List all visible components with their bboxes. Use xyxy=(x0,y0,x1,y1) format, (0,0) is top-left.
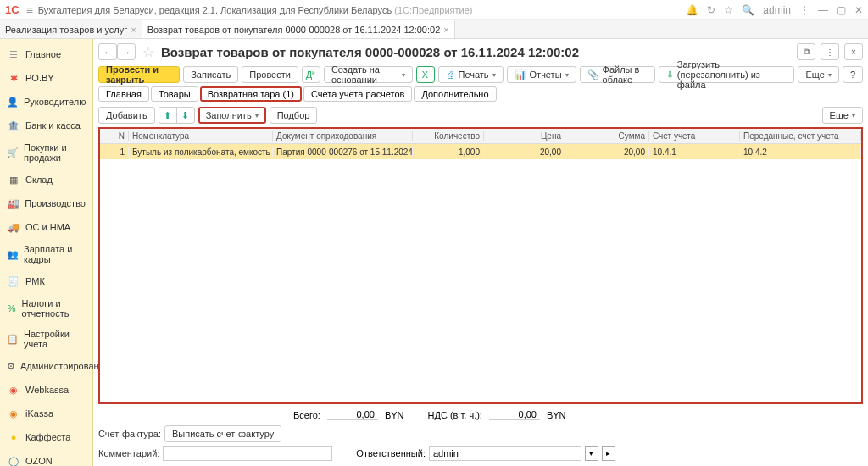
sidebar-item[interactable]: ●Каффеста xyxy=(0,425,92,449)
grid[interactable]: N Номенклатура Документ оприходования Ко… xyxy=(98,127,863,404)
col-price[interactable]: Цена xyxy=(484,131,565,141)
post-button[interactable]: Провести xyxy=(242,66,298,83)
reports-button[interactable]: 📊Отчеты xyxy=(507,66,576,83)
sidebar-item[interactable]: 🏭Производство xyxy=(0,191,92,215)
side-icon: ⚙ xyxy=(7,359,15,373)
subtab-goods[interactable]: Товары xyxy=(151,86,198,102)
close-doc-icon[interactable]: × xyxy=(844,43,863,60)
maximize-icon[interactable]: ▢ xyxy=(837,4,846,16)
sidebar-item[interactable]: ✱PO.BY xyxy=(0,66,92,90)
sidebar-item-label: Главное xyxy=(25,49,61,59)
col-passed-account[interactable]: Переданные, счет учета xyxy=(740,131,861,141)
fill-button[interactable]: Заполнить xyxy=(198,107,266,124)
tab-realization[interactable]: Реализация товаров и услуг× xyxy=(0,20,142,38)
create-based-button[interactable]: Создать на основании xyxy=(324,66,413,83)
menu-icon[interactable]: ≡ xyxy=(26,3,33,17)
side-icon: % xyxy=(7,302,17,315)
col-quantity[interactable]: Количество xyxy=(413,131,484,141)
nav-forward-button[interactable]: → xyxy=(117,43,136,60)
star-icon[interactable]: ☆ xyxy=(724,4,733,16)
user-label[interactable]: admin xyxy=(763,4,791,16)
sidebar-item-label: Производство xyxy=(25,198,86,208)
help-button[interactable]: ? xyxy=(843,66,863,83)
responsible-label: Ответственный: xyxy=(356,448,426,458)
dk-button[interactable]: Дᵏ xyxy=(302,66,320,83)
col-nomenclature[interactable]: Номенклатура xyxy=(129,131,273,141)
more-button[interactable]: Еще xyxy=(798,66,838,83)
pick-button[interactable]: Подбор xyxy=(270,107,318,124)
sidebar-item[interactable]: 🚚ОС и НМА xyxy=(0,215,92,239)
sidebar-item[interactable]: %Налоги и отчетность xyxy=(0,293,92,324)
sidebar-item-label: Налоги и отчетность xyxy=(22,298,86,319)
side-icon: 🚚 xyxy=(7,220,20,234)
table-row[interactable]: 1 Бутыль из поликарбоната, емкость 18,9л… xyxy=(100,144,861,159)
sidebar-item-label: Покупки и продажи xyxy=(24,142,86,163)
total-label: Всего: xyxy=(293,410,320,420)
side-icon: 👤 xyxy=(7,95,19,108)
tab-return[interactable]: Возврат товаров от покупателя 0000-00002… xyxy=(142,20,455,38)
excel-icon[interactable]: X xyxy=(416,66,435,83)
sidebar-item-label: iKassa xyxy=(25,408,53,419)
sidebar-item[interactable]: 🏦Банк и касса xyxy=(0,114,92,137)
files-button[interactable]: 📎Файлы в облаке xyxy=(580,66,655,83)
bell-icon[interactable]: 🔔 xyxy=(686,4,698,16)
sidebar-item[interactable]: 🧾РМК xyxy=(0,269,92,293)
tab-close-icon[interactable]: × xyxy=(131,25,136,35)
nav-back-button[interactable]: ← xyxy=(98,43,117,60)
subtab-extra[interactable]: Дополнительно xyxy=(414,86,496,102)
sidebar-item[interactable]: ▦Склад xyxy=(0,168,92,191)
sidebar-item[interactable]: ⚙Администрирование xyxy=(0,354,92,378)
tab-close-icon[interactable]: × xyxy=(443,25,448,35)
sidebar-item[interactable]: 🛒Покупки и продажи xyxy=(0,137,92,168)
post-close-button[interactable]: Провести и закрыть xyxy=(98,66,180,83)
col-n[interactable]: N xyxy=(100,131,129,141)
side-icon: 🛒 xyxy=(7,146,19,159)
favorite-icon[interactable]: ☆ xyxy=(142,44,154,60)
comment-label: Комментарий: xyxy=(98,448,159,458)
vat-value: 0,00 xyxy=(489,409,540,420)
sidebar-item[interactable]: 👤Руководителю xyxy=(0,90,92,114)
currency: BYN xyxy=(385,410,404,420)
move-up-button[interactable]: ⬆ xyxy=(159,107,177,124)
sidebar-item[interactable]: ☰Главное xyxy=(0,42,92,66)
grid-more-button[interactable]: Еще xyxy=(822,107,863,124)
subtab-tare[interactable]: Возвратная тара (1) xyxy=(200,86,302,102)
sidebar-item[interactable]: 📋Настройки учета xyxy=(0,324,92,354)
sidebar-item-label: Банк и касса xyxy=(25,120,81,130)
close-icon[interactable]: ✕ xyxy=(854,4,863,16)
popout-icon[interactable]: ⧉ xyxy=(797,43,815,60)
sidebar-item[interactable]: ◉Webkassa xyxy=(0,378,92,402)
options-icon[interactable]: ⋮ xyxy=(799,4,810,16)
upload-button[interactable]: ⇩Загрузить (перезаполнить) из файла xyxy=(659,66,795,83)
print-button[interactable]: 🖨Печать xyxy=(438,66,504,83)
history-icon[interactable]: ↻ xyxy=(707,4,715,16)
select-button[interactable]: ▾ xyxy=(585,446,598,461)
invoice-button[interactable]: Выписать счет-фактуру xyxy=(164,425,281,442)
sidebar-item[interactable]: 👥Зарплата и кадры xyxy=(0,239,92,269)
side-icon: ● xyxy=(7,430,20,444)
sidebar-item-label: Зарплата и кадры xyxy=(24,244,86,264)
vat-label: НДС (в т. ч.): xyxy=(428,410,482,420)
minimize-icon[interactable]: — xyxy=(818,4,828,16)
invoice-label: Счет-фактура: xyxy=(98,429,161,439)
side-icon: ▦ xyxy=(7,173,20,186)
sidebar-item-label: РМК xyxy=(25,276,45,286)
sidebar-item[interactable]: ◯OZON xyxy=(0,449,92,466)
col-account[interactable]: Счет учета xyxy=(649,131,740,141)
search-icon[interactable]: 🔍 xyxy=(742,4,754,16)
window-title: Бухгалтерия для Беларуси, редакция 2.1. … xyxy=(38,5,687,15)
col-document[interactable]: Документ оприходования xyxy=(273,131,413,141)
kebab-icon[interactable]: ⋮ xyxy=(821,43,839,60)
sidebar: ☰Главное✱PO.BY👤Руководителю🏦Банк и касса… xyxy=(0,39,93,466)
move-down-button[interactable]: ⬇ xyxy=(176,107,195,124)
comment-input[interactable] xyxy=(163,446,332,461)
subtab-accounts[interactable]: Счета учета расчетов xyxy=(303,86,412,102)
open-button[interactable]: ▸ xyxy=(602,446,615,461)
1c-logo: 1C xyxy=(5,3,19,16)
subtab-main[interactable]: Главная xyxy=(98,86,149,102)
responsible-input[interactable] xyxy=(429,446,581,461)
save-button[interactable]: Записать xyxy=(183,66,238,83)
col-sum[interactable]: Сумма xyxy=(565,131,649,141)
add-button[interactable]: Добавить xyxy=(98,107,155,124)
sidebar-item[interactable]: ◉iKassa xyxy=(0,402,92,425)
